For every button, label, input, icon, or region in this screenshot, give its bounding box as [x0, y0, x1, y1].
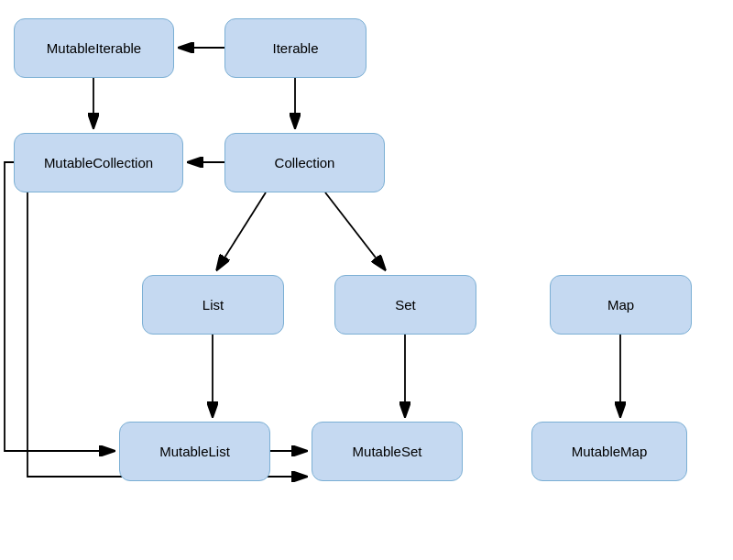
node-mutableiterable: MutableIterable [14, 18, 174, 78]
arrow-mutablecollection-to-mutablelist [5, 162, 114, 451]
node-mutablecollection-label: MutableCollection [44, 155, 153, 170]
node-mutableset-label: MutableSet [353, 444, 422, 459]
node-list-label: List [202, 297, 224, 313]
node-map: Map [550, 275, 692, 335]
arrow-collection-to-list [217, 192, 266, 269]
node-mutableiterable-label: MutableIterable [47, 40, 141, 56]
node-collection: Collection [224, 133, 385, 192]
node-mutableset: MutableSet [312, 422, 463, 481]
node-iterable-label: Iterable [272, 40, 318, 56]
node-mutablecollection: MutableCollection [14, 133, 183, 192]
node-mutablemap-label: MutableMap [572, 444, 648, 459]
diagram: MutableIterable Iterable MutableCollecti… [0, 0, 733, 560]
node-iterable: Iterable [224, 18, 366, 78]
node-set: Set [334, 275, 476, 335]
arrow-collection-to-set [325, 192, 385, 269]
node-map-label: Map [607, 297, 634, 313]
node-mutablemap: MutableMap [531, 422, 687, 481]
node-collection-label: Collection [275, 155, 335, 170]
node-set-label: Set [395, 297, 416, 313]
node-mutablelist: MutableList [119, 422, 270, 481]
node-list: List [142, 275, 284, 335]
node-mutablelist-label: MutableList [159, 444, 230, 459]
